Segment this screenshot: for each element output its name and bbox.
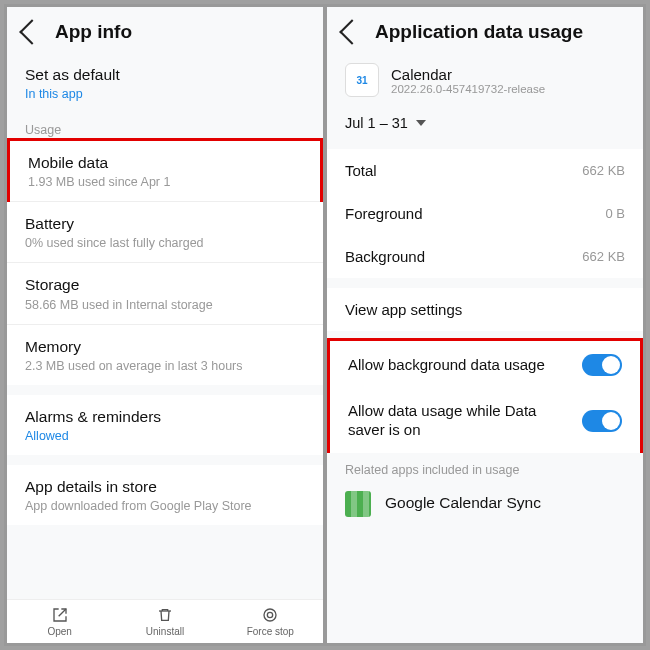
page-title: Application data usage bbox=[375, 21, 583, 43]
alarms-row[interactable]: Alarms & reminders Allowed bbox=[7, 395, 323, 455]
app-info-pane: App info Set as default In this app Usag… bbox=[5, 5, 325, 645]
trash-icon bbox=[156, 606, 174, 624]
page-title: App info bbox=[55, 21, 132, 43]
foreground-row: Foreground0 B bbox=[327, 192, 643, 235]
toggle-on-icon[interactable] bbox=[582, 410, 622, 432]
total-row: Total662 KB bbox=[327, 149, 643, 192]
mobile-data-row[interactable]: Mobile data 1.93 MB used since Apr 1 bbox=[10, 141, 320, 202]
back-icon[interactable] bbox=[339, 19, 364, 44]
toggle-on-icon[interactable] bbox=[582, 354, 622, 376]
storage-row[interactable]: Storage 58.66 MB used in Internal storag… bbox=[7, 263, 323, 324]
svg-point-0 bbox=[264, 609, 276, 621]
date-range-picker[interactable]: Jul 1 – 31 bbox=[327, 107, 643, 143]
open-icon bbox=[51, 606, 69, 624]
background-row: Background662 KB bbox=[327, 235, 643, 278]
allow-background-toggle[interactable]: Allow background data usage bbox=[330, 341, 640, 389]
highlight-mobile-data: Mobile data 1.93 MB used since Apr 1 bbox=[7, 138, 323, 205]
force-stop-button[interactable]: Force stop bbox=[218, 600, 323, 643]
app-details-row[interactable]: App details in store App downloaded from… bbox=[7, 465, 323, 525]
usage-header: Usage bbox=[7, 113, 323, 141]
set-default-row[interactable]: Set as default In this app bbox=[7, 53, 323, 113]
app-version: 2022.26.0-457419732-release bbox=[391, 83, 545, 95]
related-app-row[interactable]: Google Calendar Sync bbox=[327, 481, 643, 527]
open-button[interactable]: Open bbox=[7, 600, 112, 643]
memory-row[interactable]: Memory 2.3 MB used on average in last 3 … bbox=[7, 325, 323, 385]
app-header: 31 Calendar 2022.26.0-457419732-release bbox=[327, 53, 643, 107]
highlight-toggles: Allow background data usage Allow data u… bbox=[327, 338, 643, 456]
calendar-icon: 31 bbox=[345, 63, 379, 97]
app-name: Calendar bbox=[391, 66, 545, 83]
allow-data-saver-toggle[interactable]: Allow data usage while Data saver is on bbox=[330, 389, 640, 453]
back-icon[interactable] bbox=[19, 19, 44, 44]
force-stop-icon bbox=[261, 606, 279, 624]
chevron-down-icon bbox=[416, 120, 426, 126]
svg-point-1 bbox=[268, 612, 273, 617]
data-usage-pane: Application data usage 31 Calendar 2022.… bbox=[325, 5, 645, 645]
battery-row[interactable]: Battery 0% used since last fully charged bbox=[7, 202, 323, 263]
related-header: Related apps included in usage bbox=[327, 453, 643, 481]
uninstall-button[interactable]: Uninstall bbox=[112, 600, 217, 643]
view-app-settings[interactable]: View app settings bbox=[327, 288, 643, 331]
bottom-actions: Open Uninstall Force stop bbox=[7, 599, 323, 643]
calendar-sync-icon bbox=[345, 491, 371, 517]
